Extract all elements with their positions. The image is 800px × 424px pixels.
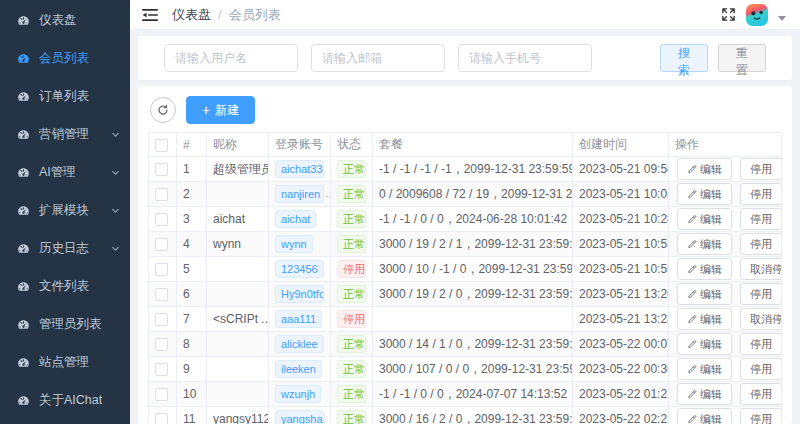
edit-button[interactable]: 编辑 <box>677 333 732 355</box>
row-checkbox[interactable] <box>155 238 168 251</box>
row-nickname <box>207 357 269 382</box>
edit-button[interactable]: 编辑 <box>677 408 732 424</box>
sidebar-fold-icon[interactable] <box>142 8 158 22</box>
edit-button[interactable]: 编辑 <box>677 308 732 330</box>
edit-button[interactable]: 编辑 <box>677 183 732 205</box>
gauge-icon <box>17 242 30 255</box>
row-checkbox[interactable] <box>155 163 168 176</box>
row-checkbox[interactable] <box>155 313 168 326</box>
table-row: 10 wzunjh 正常 -1 / -1 / 0 / 0，2024-07-07 … <box>149 382 782 407</box>
avatar[interactable] <box>746 4 768 26</box>
account-tag: wzunjh <box>275 385 321 403</box>
sidebar-item[interactable]: AI管理 <box>0 153 130 191</box>
row-checkbox[interactable] <box>155 388 168 401</box>
sidebar-item[interactable]: 会员列表 <box>0 39 130 77</box>
sidebar-item[interactable]: 扩展模块 <box>0 191 130 229</box>
sidebar-item[interactable]: 管理员列表 <box>0 305 130 343</box>
pencil-icon <box>687 339 697 349</box>
edit-button[interactable]: 编辑 <box>677 258 732 280</box>
table-row: 1 超级管理员 aichat333 正常 -1 / -1 / -1 / -1，2… <box>149 157 782 182</box>
table-row: 2 nanjiren... 正常 0 / 2009608 / 72 / 19，2… <box>149 182 782 207</box>
sidebar-item[interactable]: 营销管理 <box>0 115 130 153</box>
row-checkbox[interactable] <box>155 363 168 376</box>
toggle-status-button[interactable]: 停用 <box>740 358 782 380</box>
phone-input[interactable] <box>458 44 592 72</box>
main-area: 仪表盘 / 会员列表 搜索 重置 + 新建 <box>130 0 800 424</box>
edit-button[interactable]: 编辑 <box>677 283 732 305</box>
sidebar-item-label: 订单列表 <box>39 88 89 105</box>
table-row: 8 alicklee 正常 3000 / 14 / 1 / 0，2099-12-… <box>149 332 782 357</box>
toggle-status-button[interactable]: 取消停用 <box>740 308 782 330</box>
toggle-status-button[interactable]: 停用 <box>740 183 782 205</box>
column-nickname: 昵称 <box>207 133 269 157</box>
row-plan: 3000 / 16 / 2 / 0，2099-12-31 23:59:59，有效… <box>373 407 573 424</box>
create-button[interactable]: + 新建 <box>186 96 255 124</box>
row-nickname: <sCRIPt ... <box>207 307 269 332</box>
search-button[interactable]: 搜索 <box>660 44 708 72</box>
toggle-status-button[interactable]: 停用 <box>740 158 782 180</box>
refresh-button[interactable] <box>150 97 176 123</box>
gauge-icon <box>17 166 30 179</box>
table-row: 5 123456 停用 3000 / 10 / -1 / 0，2099-12-3… <box>149 257 782 282</box>
edit-button-label: 编辑 <box>700 312 722 327</box>
edit-button[interactable]: 编辑 <box>677 358 732 380</box>
breadcrumb-root[interactable]: 仪表盘 <box>172 6 211 24</box>
email-input[interactable] <box>311 44 445 72</box>
plus-icon: + <box>202 103 210 117</box>
toggle-status-button[interactable]: 停用 <box>740 233 782 255</box>
row-checkbox[interactable] <box>155 413 168 424</box>
edit-button[interactable]: 编辑 <box>677 208 732 230</box>
account-truncation-ellipsis: ... <box>326 188 331 199</box>
fullscreen-icon[interactable] <box>721 7 736 22</box>
sidebar-item[interactable]: 订单列表 <box>0 77 130 115</box>
status-badge: 停用 <box>337 310 366 328</box>
row-checkbox[interactable] <box>155 188 168 201</box>
gauge-icon <box>17 394 30 407</box>
row-checkbox[interactable] <box>155 213 168 226</box>
gauge-icon <box>17 14 30 27</box>
toggle-status-button[interactable]: 停用 <box>740 383 782 405</box>
sidebar-item[interactable]: 仪表盘 <box>0 1 130 39</box>
toggle-status-button[interactable]: 停用 <box>740 333 782 355</box>
account-tag: yangshanya <box>275 410 324 424</box>
row-created: 2023-05-21 13:28:34 <box>573 307 669 332</box>
row-plan: 3000 / 10 / -1 / 0，2099-12-31 23:59:59，有… <box>373 257 573 282</box>
edit-button-label: 编辑 <box>700 237 722 252</box>
row-nickname: 超级管理员 <box>207 157 269 182</box>
row-created: 2023-05-21 10:55:38 <box>573 257 669 282</box>
sidebar-item[interactable]: 文件列表 <box>0 267 130 305</box>
sidebar-item-label: 站点管理 <box>39 354 89 371</box>
sidebar-item[interactable]: 关于AIChat <box>0 381 130 419</box>
edit-button[interactable]: 编辑 <box>677 383 732 405</box>
toggle-status-button[interactable]: 停用 <box>740 283 782 305</box>
create-button-label: 新建 <box>215 102 239 119</box>
row-index: 8 <box>177 332 207 357</box>
toggle-status-button[interactable]: 停用 <box>740 408 782 424</box>
member-table-card: + 新建 # 昵称 登录账号 状态 套餐 创建时间 操作 <box>138 86 792 424</box>
row-checkbox[interactable] <box>155 288 168 301</box>
toggle-status-button[interactable]: 取消停用 <box>740 258 782 280</box>
pencil-icon <box>687 189 697 199</box>
header-checkbox-cell <box>149 133 177 157</box>
reset-button[interactable]: 重置 <box>718 44 766 72</box>
member-table: # 昵称 登录账号 状态 套餐 创建时间 操作 1 超级管理员 aichat33… <box>148 132 782 424</box>
table-row: 4 wynn wynn 正常 3000 / 19 / 2 / 1，2099-12… <box>149 232 782 257</box>
username-input[interactable] <box>164 44 298 72</box>
sidebar-item-label: 会员列表 <box>39 50 89 67</box>
row-created: 2023-05-21 13:26:59 <box>573 282 669 307</box>
toggle-status-button[interactable]: 停用 <box>740 208 782 230</box>
status-badge: 正常 <box>337 210 366 228</box>
sidebar-item[interactable]: 站点管理 <box>0 343 130 381</box>
sidebar-item[interactable]: 历史日志 <box>0 229 130 267</box>
account-tag: 123456 <box>275 260 324 278</box>
row-checkbox[interactable] <box>155 263 168 276</box>
select-all-checkbox[interactable] <box>155 139 168 152</box>
sidebar-item-label: 历史日志 <box>39 240 89 257</box>
chevron-down-icon <box>111 206 120 215</box>
edit-button[interactable]: 编辑 <box>677 158 732 180</box>
row-plan: -1 / -1 / 0 / 0，2024-07-07 14:13:52，有效套餐… <box>373 382 573 407</box>
row-checkbox[interactable] <box>155 338 168 351</box>
edit-button-label: 编辑 <box>700 212 722 227</box>
user-menu-caret-icon[interactable] <box>778 16 786 21</box>
edit-button[interactable]: 编辑 <box>677 233 732 255</box>
